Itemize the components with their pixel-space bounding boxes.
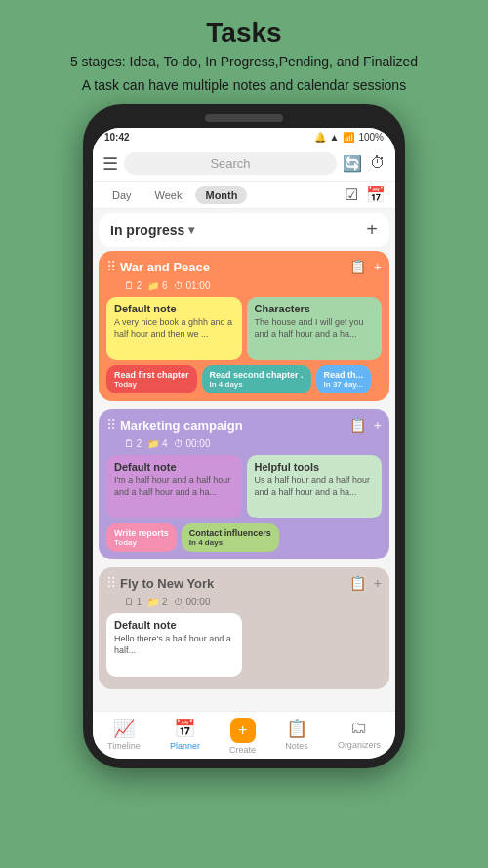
check-calendar-icon[interactable]: ☑	[345, 186, 358, 204]
notification-icon: 🔔	[314, 132, 326, 143]
task-meta-3: 🗒 1 📁 2 ⏱ 00:00	[124, 597, 382, 607]
task-card-war-and-peace: ⠿ War and Peace 📋 + 🗒 2 📁 6 ⏱ 01:00 Defa…	[99, 251, 389, 401]
task-name-2: Marketing campaign	[120, 418, 349, 433]
task-meta-1: 🗒 2 📁 6 ⏱ 01:00	[124, 280, 382, 291]
nav-create-label: Create	[229, 745, 256, 755]
note-characters[interactable]: Characters The house and I will get you …	[247, 297, 383, 360]
notes-grid-2: Default note I'm a half hour and a half …	[106, 455, 382, 518]
nav-timeline-label: Timeline	[107, 741, 141, 751]
copy-icon-1[interactable]: 📋	[349, 259, 366, 274]
wifi-icon: ▲	[330, 132, 340, 143]
task-card-marketing: ⠿ Marketing campaign 📋 + 🗒 2 📁 4 ⏱ 00:00…	[99, 409, 389, 559]
status-bar: 10:42 🔔 ▲ 📶 100%	[93, 128, 395, 146]
timeline-icon: 📈	[113, 718, 135, 739]
page-subtitle1: 5 stages: Idea, To-do, In Progress,Pendi…	[70, 53, 418, 72]
sessions-icon-3: 📁 2	[147, 597, 167, 607]
phone-mockup: 10:42 🔔 ▲ 📶 100% ☰ Search 🔄 ⏱ Day Week M…	[83, 104, 405, 768]
organizers-icon: 🗂	[350, 718, 368, 738]
add-task-button[interactable]: +	[366, 219, 378, 241]
session-read-second[interactable]: Read second chapter . In 4 days	[202, 365, 311, 393]
page-title: Tasks	[70, 18, 418, 49]
session-write-reports[interactable]: Write reports Today	[106, 523, 177, 552]
drag-handle-icon-2: ⠿	[106, 417, 116, 433]
copy-icon-2[interactable]: 📋	[349, 417, 366, 433]
task-card-fly-new-york: ⠿ Fly to New York 📋 + 🗒 1 📁 2 ⏱ 00:00 De…	[99, 567, 389, 689]
notes-icon-3: 🗒 1	[124, 597, 142, 607]
bottom-nav: 📈 Timeline 📅 Planner + Create 📋 Notes 🗂 …	[93, 711, 395, 759]
task-card-header-1: ⠿ War and Peace 📋 +	[106, 259, 382, 274]
signal-icon: 📶	[343, 132, 354, 143]
add-note-icon-3[interactable]: +	[374, 575, 382, 591]
create-icon: +	[230, 718, 256, 743]
add-note-icon-1[interactable]: +	[374, 259, 382, 274]
note-helpful-tools[interactable]: Helpful tools Us a half hour and a half …	[247, 455, 383, 518]
task-actions-3: 📋 +	[349, 575, 382, 591]
notes-icon-2: 🗒 2	[124, 438, 142, 449]
session-read-third[interactable]: Read th... In 37 day...	[316, 365, 372, 393]
nav-planner[interactable]: 📅 Planner	[170, 718, 200, 755]
nav-organizers-label: Organizers	[338, 740, 381, 750]
page-subtitle2: A task can have multiple notes and calen…	[70, 76, 418, 96]
nav-organizers[interactable]: 🗂 Organizers	[338, 718, 381, 755]
sessions-icon-1: 📁 6	[147, 280, 167, 291]
nav-notes-label: Notes	[285, 741, 308, 751]
notes-icon-1: 🗒 2	[124, 280, 142, 291]
top-bar-icons: 🔄 ⏱	[343, 154, 386, 173]
nav-planner-label: Planner	[170, 741, 200, 751]
tab-day[interactable]: Day	[102, 186, 142, 204]
note-default-1[interactable]: Default note A very nice book a ghhh and…	[106, 297, 242, 360]
status-time: 10:42	[104, 132, 130, 143]
sessions-row-1: Read first chapter Today Read second cha…	[106, 365, 382, 393]
note-default-3[interactable]: Default note Hello there's a half hour a…	[106, 613, 242, 677]
tabs-bar: Day Week Month ☑ 📅	[93, 182, 395, 209]
copy-icon-3[interactable]: 📋	[349, 575, 366, 591]
drag-handle-icon-1: ⠿	[106, 259, 116, 274]
timer-icon[interactable]: ⏱	[370, 154, 386, 173]
time-icon-1: ⏱ 01:00	[174, 280, 211, 291]
task-actions-1: 📋 +	[349, 259, 382, 274]
time-icon-3: ⏱ 00:00	[174, 597, 211, 607]
dropdown-arrow-icon[interactable]: ▾	[188, 224, 194, 237]
nav-notes[interactable]: 📋 Notes	[285, 718, 308, 755]
planner-icon: 📅	[174, 718, 195, 739]
session-read-first[interactable]: Read first chapter Today	[106, 365, 197, 393]
section-title: In progress ▾	[110, 223, 194, 238]
time-icon-2: ⏱ 00:00	[174, 438, 211, 449]
search-box[interactable]: Search	[124, 152, 337, 175]
status-icons: 🔔 ▲ 📶 100%	[314, 132, 384, 143]
tab-week[interactable]: Week	[145, 186, 192, 204]
task-actions-2: 📋 +	[349, 417, 382, 433]
section-title-text: In progress	[110, 223, 184, 238]
phone-screen: 10:42 🔔 ▲ 📶 100% ☰ Search 🔄 ⏱ Day Week M…	[93, 128, 395, 759]
page-header: Tasks 5 stages: Idea, To-do, In Progress…	[51, 0, 437, 104]
battery-text: 100%	[358, 132, 384, 143]
refresh-icon[interactable]: 🔄	[343, 154, 362, 173]
task-card-header-2: ⠿ Marketing campaign 📋 +	[106, 417, 382, 433]
task-meta-2: 🗒 2 📁 4 ⏱ 00:00	[124, 438, 382, 449]
nav-timeline[interactable]: 📈 Timeline	[107, 718, 141, 755]
phone-notch	[205, 114, 283, 122]
hamburger-icon[interactable]: ☰	[102, 153, 118, 175]
add-note-icon-2[interactable]: +	[374, 417, 382, 433]
top-bar: ☰ Search 🔄 ⏱	[93, 146, 395, 182]
tab-month[interactable]: Month	[195, 186, 247, 204]
notes-nav-icon: 📋	[286, 718, 307, 739]
drag-handle-icon-3: ⠿	[106, 575, 116, 591]
section-header: In progress ▾ +	[99, 213, 389, 247]
notes-grid-1: Default note A very nice book a ghhh and…	[106, 297, 382, 360]
tab-icons: ☑ 📅	[345, 186, 386, 204]
task-name-1: War and Peace	[120, 260, 349, 274]
sessions-row-2: Write reports Today Contact influencers …	[106, 523, 382, 552]
task-card-header-3: ⠿ Fly to New York 📋 +	[106, 575, 382, 591]
note-default-2[interactable]: Default note I'm a half hour and a half …	[106, 455, 242, 518]
session-contact-influencers[interactable]: Contact influencers In 4 days	[182, 523, 279, 552]
nav-create[interactable]: + Create	[229, 718, 256, 755]
calendar-grid-icon[interactable]: 📅	[366, 186, 386, 204]
notes-grid-3: Default note Hello there's a half hour a…	[106, 613, 382, 677]
tasks-scroll-area[interactable]: ⠿ War and Peace 📋 + 🗒 2 📁 6 ⏱ 01:00 Defa…	[93, 251, 395, 711]
task-name-3: Fly to New York	[120, 576, 349, 591]
sessions-icon-2: 📁 4	[147, 438, 167, 449]
